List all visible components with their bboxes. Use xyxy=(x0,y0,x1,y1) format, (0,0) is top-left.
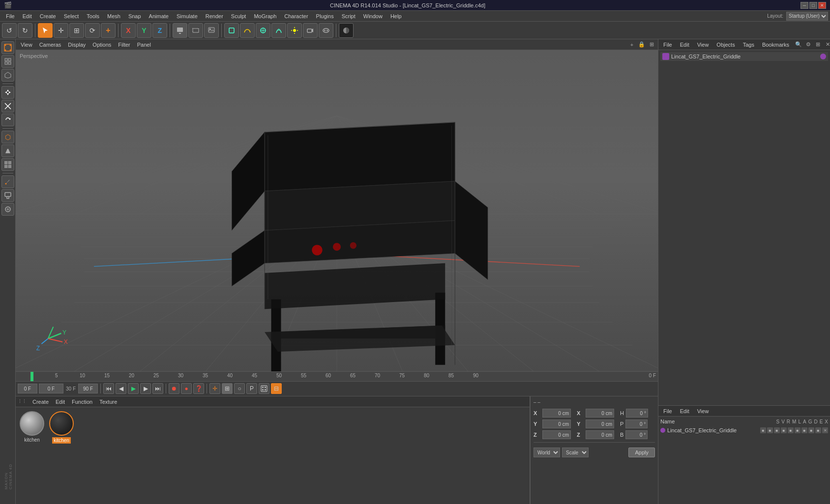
prop-v-icon[interactable]: ■ xyxy=(767,427,773,433)
rt-menu-bookmarks[interactable]: Bookmarks xyxy=(759,41,792,49)
nurbs-button[interactable] xyxy=(256,23,270,38)
material-swatch-2[interactable]: kitchen xyxy=(49,411,74,444)
object-visibility-dot[interactable] xyxy=(820,54,826,59)
z-axis-button[interactable]: Z xyxy=(152,23,167,38)
rt-expand-icon[interactable]: ⊞ xyxy=(814,40,823,49)
edge-mode[interactable] xyxy=(1,55,14,68)
close-button[interactable]: ✕ xyxy=(818,2,826,9)
scale-keyframe-btn[interactable]: ⊞ xyxy=(222,383,233,394)
transform-mode-select[interactable]: Scale xyxy=(562,448,589,457)
cube-button[interactable] xyxy=(224,23,239,38)
rt-menu-edit[interactable]: Edit xyxy=(677,41,692,49)
rt-menu-tags[interactable]: Tags xyxy=(740,41,757,49)
viewport-3d[interactable]: Y X Z Perspective xyxy=(16,50,658,371)
coordinate-system-select[interactable]: World xyxy=(534,448,560,457)
record-button[interactable]: ⏺ xyxy=(169,383,179,394)
prop-d-icon[interactable]: ■ xyxy=(808,427,814,433)
maximize-button[interactable]: □ xyxy=(809,2,817,9)
vp-icon-plus[interactable]: + xyxy=(627,40,636,49)
menu-create[interactable]: Create xyxy=(36,12,60,20)
rt-menu-objects[interactable]: Objects xyxy=(713,41,738,49)
step-back-button[interactable]: ◀ xyxy=(116,383,126,394)
y-position-input[interactable] xyxy=(542,420,571,428)
prop-a-icon[interactable]: ■ xyxy=(795,427,800,433)
y-rotation-input[interactable] xyxy=(586,420,614,428)
select-tool-button[interactable] xyxy=(38,23,53,38)
menu-edit[interactable]: Edit xyxy=(19,12,36,20)
b-input[interactable] xyxy=(625,430,648,439)
z-rotation-input[interactable] xyxy=(586,430,614,439)
vp-menu-display[interactable]: Display xyxy=(65,41,89,49)
menu-plugins[interactable]: Plugins xyxy=(312,12,338,20)
auto-keyframe-button[interactable]: ● xyxy=(181,383,192,394)
material-swatch-1[interactable]: kitchen xyxy=(20,411,44,443)
end-frame-input[interactable] xyxy=(78,384,98,393)
prop-m-icon[interactable]: ■ xyxy=(781,427,787,433)
spline-button[interactable] xyxy=(240,23,255,38)
rt-menu-file[interactable]: File xyxy=(660,41,675,49)
modeling-tool[interactable] xyxy=(1,144,14,157)
rt-close-icon[interactable]: ✕ xyxy=(824,40,830,49)
render-region-button[interactable] xyxy=(188,23,203,38)
vp-menu-filter[interactable]: Filter xyxy=(115,41,133,49)
menu-tools[interactable]: Tools xyxy=(83,12,103,20)
rt-search-icon[interactable]: 🔍 xyxy=(794,40,803,49)
vp-icon-expand[interactable]: ⊞ xyxy=(647,40,656,49)
light-button[interactable] xyxy=(287,23,302,38)
mat-menu-edit[interactable]: Edit xyxy=(53,398,68,406)
menu-select[interactable]: Select xyxy=(60,12,83,20)
rb-menu-view[interactable]: View xyxy=(694,407,712,415)
rotate-tool-left[interactable] xyxy=(1,113,14,126)
mat-menu-texture[interactable]: Texture xyxy=(96,398,120,406)
prop-l-icon[interactable]: ■ xyxy=(788,427,794,433)
move-tool-button[interactable]: ✛ xyxy=(54,23,68,38)
knife-tool[interactable] xyxy=(1,175,14,188)
menu-help[interactable]: Help xyxy=(386,12,406,20)
menu-simulate[interactable]: Simulate xyxy=(173,12,202,20)
scale-tool-left[interactable] xyxy=(1,100,14,112)
param-keyframe-btn[interactable]: P xyxy=(246,383,257,394)
menu-animate[interactable]: Animate xyxy=(145,12,173,20)
y-axis-button[interactable]: Y xyxy=(137,23,151,38)
z-position-input[interactable] xyxy=(542,430,571,439)
current-frame-input[interactable] xyxy=(18,384,37,393)
paint-tool[interactable] xyxy=(1,203,14,216)
x-position-input[interactable] xyxy=(542,409,571,418)
x-rotation-input[interactable] xyxy=(586,409,614,418)
vp-menu-cameras[interactable]: Cameras xyxy=(36,41,64,49)
apply-button[interactable]: Apply xyxy=(628,448,655,457)
all-keyframe-btn[interactable] xyxy=(259,383,269,394)
display-mode-button[interactable] xyxy=(339,23,354,38)
prop-row-main[interactable]: Lincat_GS7_Electric_Griddle ■ ■ ■ ■ ■ ■ … xyxy=(660,426,828,434)
p-input[interactable] xyxy=(625,420,648,428)
timeline-expand-btn[interactable]: ⊟ xyxy=(271,383,282,394)
frame-range-start-input[interactable] xyxy=(39,384,63,393)
menu-mesh[interactable]: Mesh xyxy=(103,12,124,20)
undo-button[interactable]: ↺ xyxy=(2,23,17,38)
render-picture-viewer[interactable] xyxy=(204,23,219,38)
poly-mode[interactable] xyxy=(1,69,14,82)
object-row-main[interactable]: Lincat_GS7_Electric_Griddle xyxy=(660,52,828,61)
render-button[interactable] xyxy=(173,23,187,38)
menu-mograph[interactable]: MoGraph xyxy=(250,12,280,20)
camera-button[interactable] xyxy=(303,23,318,38)
vr-button[interactable] xyxy=(319,23,333,38)
menu-sculpt[interactable]: Sculpt xyxy=(227,12,250,20)
menu-render[interactable]: Render xyxy=(202,12,227,20)
vp-icon-lock[interactable]: 🔒 xyxy=(637,40,646,49)
step-forward-button[interactable]: ▶ xyxy=(140,383,151,394)
play-button[interactable]: ▶ xyxy=(128,383,139,394)
deformer-button[interactable] xyxy=(271,23,286,38)
menu-window[interactable]: Window xyxy=(359,12,386,20)
rt-settings-icon[interactable]: ⚙ xyxy=(804,40,813,49)
rb-menu-edit[interactable]: Edit xyxy=(677,407,692,415)
go-to-end-button[interactable]: ⏭ xyxy=(152,383,163,394)
object-tool[interactable]: ⬡ xyxy=(1,131,14,143)
rb-menu-file[interactable]: File xyxy=(660,407,675,415)
rotate-keyframe-btn[interactable]: ○ xyxy=(234,383,245,394)
redo-button[interactable]: ↻ xyxy=(18,23,32,38)
translate-keyframe-btn[interactable]: ✛ xyxy=(209,383,220,394)
layout-preset-select[interactable]: Startup (User) xyxy=(786,12,828,21)
h-input[interactable] xyxy=(626,409,648,418)
rt-menu-view[interactable]: View xyxy=(694,41,712,49)
